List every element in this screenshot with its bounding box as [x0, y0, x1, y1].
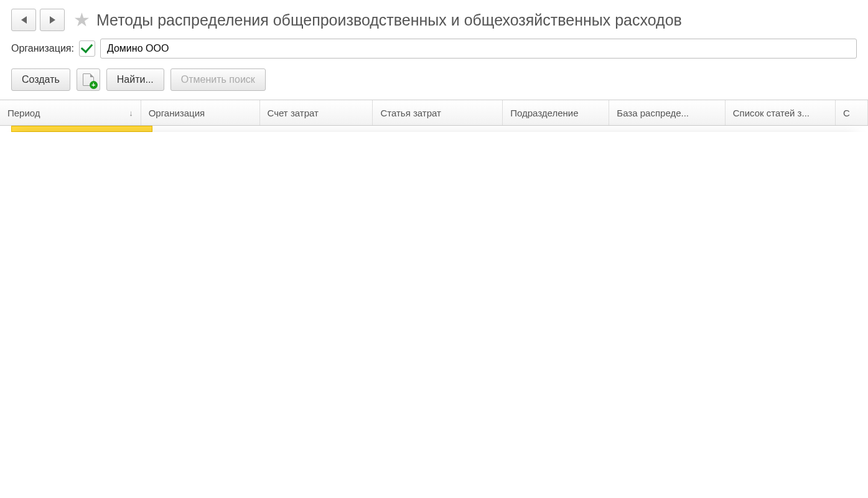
org-filter-label: Организация:: [11, 43, 74, 54]
page-title: Методы распределения общепроизводственны…: [96, 11, 682, 29]
col-base[interactable]: База распреде...: [609, 100, 725, 125]
col-org[interactable]: Организация: [141, 100, 260, 125]
cancel-search-button[interactable]: Отменить поиск: [170, 68, 266, 91]
check-icon: [81, 41, 93, 54]
create-from-template-button[interactable]: [77, 68, 100, 91]
col-period-label: Период: [7, 108, 40, 118]
col-account[interactable]: Счет затрат: [260, 100, 373, 125]
favorite-star-icon[interactable]: ★: [73, 11, 90, 29]
find-button[interactable]: Найти...: [106, 68, 164, 91]
sort-asc-icon: ↓: [129, 108, 133, 118]
active-row-indicator: [11, 126, 152, 132]
arrow-right-icon: [50, 16, 55, 24]
col-cost-item[interactable]: Статья затрат: [373, 100, 503, 125]
org-filter-input[interactable]: [100, 39, 857, 59]
col-dept[interactable]: Подразделение: [503, 100, 609, 125]
col-more[interactable]: С: [836, 100, 868, 125]
create-button[interactable]: Создать: [11, 68, 70, 91]
col-period[interactable]: Период↓: [0, 100, 141, 125]
table-header: Период↓ Организация Счет затрат Статья з…: [0, 100, 868, 126]
org-filter-checkbox[interactable]: [79, 40, 95, 57]
nav-forward-button[interactable]: [40, 9, 65, 31]
arrow-left-icon: [21, 16, 27, 24]
nav-back-button[interactable]: [11, 9, 36, 31]
document-plus-icon: [83, 73, 94, 86]
col-item-list[interactable]: Список статей з...: [726, 100, 836, 125]
